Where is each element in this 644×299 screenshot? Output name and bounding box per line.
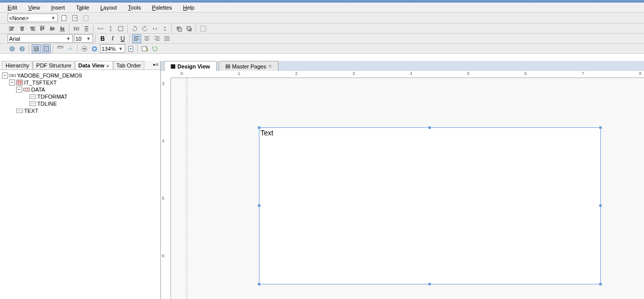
zoom-in-button[interactable] xyxy=(90,44,99,53)
tree-node[interactable]: TDLINE xyxy=(1,100,159,107)
font-combo[interactable]: ▼ xyxy=(8,34,73,43)
preview-button[interactable] xyxy=(140,44,149,53)
align-bottom-button[interactable] xyxy=(58,24,67,33)
tab-master-pages[interactable]: ▤Master Pages✕ xyxy=(219,61,279,71)
close-icon[interactable]: ✕ xyxy=(268,63,272,69)
zoom-combo[interactable]: ▼ xyxy=(100,44,125,53)
menu-insert[interactable]: Insert xyxy=(51,5,65,11)
ruler-tick: 0 xyxy=(180,71,183,76)
text-align-left-button[interactable] xyxy=(132,34,141,43)
panel-menu-icon[interactable]: ▸≡ xyxy=(153,62,158,67)
flip-h-button[interactable] xyxy=(150,24,159,33)
rotate-right-button[interactable] xyxy=(140,24,149,33)
design-canvas[interactable]: Text xyxy=(171,78,644,299)
tab-data-view[interactable]: Data View✕ xyxy=(75,61,113,69)
font-combo-input[interactable] xyxy=(9,35,65,42)
resize-handle[interactable] xyxy=(258,204,260,207)
toolbar-spacer xyxy=(0,54,644,61)
show-grid-button[interactable] xyxy=(32,44,41,53)
fontsize-combo[interactable]: ▼ xyxy=(74,34,93,43)
resize-handle[interactable] xyxy=(428,283,431,285)
vertical-ruler[interactable]: 3 4 5 6 xyxy=(161,78,171,299)
tab-design-view[interactable]: ▦Design View xyxy=(164,61,217,71)
menu-layout[interactable]: Layout xyxy=(100,5,117,11)
refresh-button[interactable] xyxy=(150,44,159,53)
text-align-center-button[interactable] xyxy=(142,34,151,43)
resize-handle[interactable] xyxy=(599,204,602,207)
flip-v-button[interactable] xyxy=(160,24,169,33)
collapse-icon[interactable]: − xyxy=(9,80,15,86)
fit-page-button[interactable] xyxy=(126,44,135,53)
tree-label: TDFORMAT xyxy=(37,94,67,100)
menu-palettes[interactable]: Palettes xyxy=(152,5,172,11)
page-icon: ▤ xyxy=(225,63,230,69)
show-guides-button[interactable] xyxy=(66,44,75,53)
tree-node[interactable]: TDFORMAT xyxy=(1,93,159,100)
same-height-button[interactable] xyxy=(106,24,115,33)
send-back-button[interactable] xyxy=(185,24,194,33)
tree-node[interactable]: −IT_TSFTEXT xyxy=(1,79,159,86)
align-center-button[interactable] xyxy=(18,24,27,33)
show-rulers-button[interactable] xyxy=(56,44,65,53)
style-combo[interactable]: ▼ xyxy=(8,14,58,22)
bold-button[interactable]: B xyxy=(98,34,107,43)
nav-forward-button[interactable] xyxy=(18,44,27,53)
text-align-right-button[interactable] xyxy=(152,34,161,43)
toolbar-style: ▼ xyxy=(0,13,644,24)
same-size-button[interactable] xyxy=(116,24,125,33)
text-align-justify-button[interactable] xyxy=(162,34,171,43)
underline-button[interactable]: U xyxy=(118,34,127,43)
collapse-icon[interactable]: − xyxy=(2,72,8,79)
text-field-object[interactable]: Text xyxy=(259,127,601,284)
resize-handle[interactable] xyxy=(599,126,602,129)
resize-handle[interactable] xyxy=(258,126,260,129)
svg-point-21 xyxy=(46,48,47,49)
svg-rect-5 xyxy=(78,27,79,30)
horizontal-ruler[interactable]: 0 1 2 3 4 5 6 7 8 xyxy=(171,71,644,78)
rotate-left-button[interactable] xyxy=(130,24,139,33)
data-view-tree[interactable]: −YADOBE_FORM_DEMO9 −IT_TSFTEXT −DATA TDF… xyxy=(0,70,160,299)
delete-style-button[interactable] xyxy=(82,14,91,23)
tree-node-root[interactable]: −YADOBE_FORM_DEMO9 xyxy=(1,72,159,79)
group-button[interactable] xyxy=(199,24,208,33)
collapse-icon[interactable]: − xyxy=(16,87,22,93)
resize-handle[interactable] xyxy=(428,126,431,129)
menu-tools[interactable]: Tools xyxy=(128,5,141,11)
italic-button[interactable]: I xyxy=(108,34,117,43)
tab-tab-order[interactable]: Tab Order xyxy=(113,61,145,69)
zoom-out-button[interactable] xyxy=(80,44,89,53)
menu-table[interactable]: Table xyxy=(76,5,89,11)
align-middle-button[interactable] xyxy=(48,24,57,33)
edit-style-button[interactable] xyxy=(71,14,80,23)
snap-grid-button[interactable] xyxy=(42,44,51,53)
tab-pdf-structure[interactable]: PDF Structure xyxy=(33,61,75,69)
menu-view[interactable]: View xyxy=(28,5,40,11)
ruler-tick: 1 xyxy=(238,71,240,76)
tab-hierarchy[interactable]: Hierarchy xyxy=(2,61,33,69)
style-combo-input[interactable] xyxy=(9,14,50,22)
align-top-button[interactable] xyxy=(38,24,47,33)
fontsize-combo-input[interactable] xyxy=(75,35,85,42)
distribute-h-button[interactable] xyxy=(72,24,81,33)
zoom-combo-input[interactable] xyxy=(102,45,118,52)
tree-label: IT_TSFTEXT xyxy=(24,80,57,86)
tree-label: DATA xyxy=(31,87,45,93)
same-width-button[interactable] xyxy=(96,24,105,33)
menu-help[interactable]: Help xyxy=(183,5,195,11)
menu-edit[interactable]: EEditdit xyxy=(8,5,17,11)
new-style-button[interactable] xyxy=(60,14,69,23)
nav-back-button[interactable] xyxy=(8,44,17,53)
tree-node[interactable]: TEXT xyxy=(1,107,159,114)
resize-handle[interactable] xyxy=(599,283,602,285)
tree-node[interactable]: −DATA xyxy=(1,86,159,93)
svg-rect-0 xyxy=(62,15,66,21)
svg-point-16 xyxy=(20,46,25,51)
bring-front-button[interactable] xyxy=(174,24,183,33)
resize-handle[interactable] xyxy=(258,283,260,285)
align-right-button[interactable] xyxy=(28,24,37,33)
close-icon[interactable]: ✕ xyxy=(106,64,110,67)
distribute-v-button[interactable] xyxy=(82,24,91,33)
align-left-button[interactable] xyxy=(8,24,17,33)
svg-point-30 xyxy=(130,48,132,50)
row-icon xyxy=(23,87,30,93)
